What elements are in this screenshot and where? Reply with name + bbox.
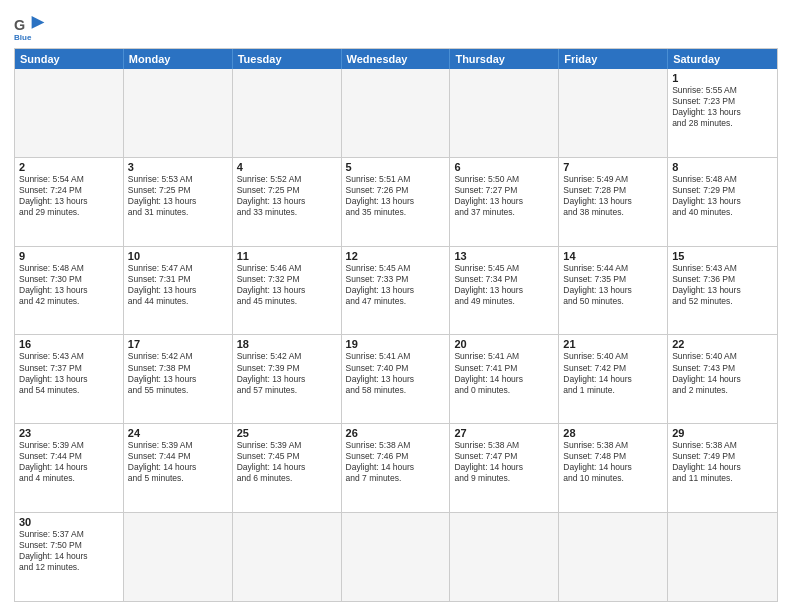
calendar-row-4: 23Sunrise: 5:39 AM Sunset: 7:44 PM Dayli…	[15, 423, 777, 512]
day-info: Sunrise: 5:50 AM Sunset: 7:27 PM Dayligh…	[454, 174, 554, 218]
calendar-cell: 29Sunrise: 5:38 AM Sunset: 7:49 PM Dayli…	[668, 424, 777, 512]
day-info: Sunrise: 5:41 AM Sunset: 7:41 PM Dayligh…	[454, 351, 554, 395]
logo: G Blue	[14, 14, 50, 42]
day-number: 3	[128, 161, 228, 173]
day-info: Sunrise: 5:39 AM Sunset: 7:45 PM Dayligh…	[237, 440, 337, 484]
calendar-row-3: 16Sunrise: 5:43 AM Sunset: 7:37 PM Dayli…	[15, 334, 777, 423]
day-info: Sunrise: 5:42 AM Sunset: 7:39 PM Dayligh…	[237, 351, 337, 395]
calendar-cell	[342, 69, 451, 157]
day-number: 13	[454, 250, 554, 262]
day-info: Sunrise: 5:39 AM Sunset: 7:44 PM Dayligh…	[128, 440, 228, 484]
day-number: 1	[672, 72, 773, 84]
day-info: Sunrise: 5:52 AM Sunset: 7:25 PM Dayligh…	[237, 174, 337, 218]
day-number: 27	[454, 427, 554, 439]
weekday-header-saturday: Saturday	[668, 49, 777, 69]
calendar-cell: 19Sunrise: 5:41 AM Sunset: 7:40 PM Dayli…	[342, 335, 451, 423]
day-number: 9	[19, 250, 119, 262]
calendar-cell: 13Sunrise: 5:45 AM Sunset: 7:34 PM Dayli…	[450, 247, 559, 335]
day-info: Sunrise: 5:41 AM Sunset: 7:40 PM Dayligh…	[346, 351, 446, 395]
day-info: Sunrise: 5:53 AM Sunset: 7:25 PM Dayligh…	[128, 174, 228, 218]
day-info: Sunrise: 5:40 AM Sunset: 7:42 PM Dayligh…	[563, 351, 663, 395]
day-number: 16	[19, 338, 119, 350]
calendar-cell: 5Sunrise: 5:51 AM Sunset: 7:26 PM Daylig…	[342, 158, 451, 246]
day-info: Sunrise: 5:38 AM Sunset: 7:48 PM Dayligh…	[563, 440, 663, 484]
calendar-row-1: 2Sunrise: 5:54 AM Sunset: 7:24 PM Daylig…	[15, 157, 777, 246]
calendar-cell	[668, 513, 777, 601]
calendar-cell: 30Sunrise: 5:37 AM Sunset: 7:50 PM Dayli…	[15, 513, 124, 601]
day-info: Sunrise: 5:55 AM Sunset: 7:23 PM Dayligh…	[672, 85, 773, 129]
calendar-cell	[559, 513, 668, 601]
calendar-cell: 25Sunrise: 5:39 AM Sunset: 7:45 PM Dayli…	[233, 424, 342, 512]
weekday-header-tuesday: Tuesday	[233, 49, 342, 69]
day-info: Sunrise: 5:46 AM Sunset: 7:32 PM Dayligh…	[237, 263, 337, 307]
day-number: 10	[128, 250, 228, 262]
calendar-row-0: 1Sunrise: 5:55 AM Sunset: 7:23 PM Daylig…	[15, 69, 777, 157]
calendar-cell	[233, 513, 342, 601]
calendar-cell: 18Sunrise: 5:42 AM Sunset: 7:39 PM Dayli…	[233, 335, 342, 423]
calendar-cell: 16Sunrise: 5:43 AM Sunset: 7:37 PM Dayli…	[15, 335, 124, 423]
day-info: Sunrise: 5:49 AM Sunset: 7:28 PM Dayligh…	[563, 174, 663, 218]
day-number: 5	[346, 161, 446, 173]
day-info: Sunrise: 5:47 AM Sunset: 7:31 PM Dayligh…	[128, 263, 228, 307]
day-info: Sunrise: 5:44 AM Sunset: 7:35 PM Dayligh…	[563, 263, 663, 307]
calendar-cell	[342, 513, 451, 601]
day-number: 8	[672, 161, 773, 173]
weekday-header-monday: Monday	[124, 49, 233, 69]
calendar-body: 1Sunrise: 5:55 AM Sunset: 7:23 PM Daylig…	[15, 69, 777, 601]
calendar-cell: 22Sunrise: 5:40 AM Sunset: 7:43 PM Dayli…	[668, 335, 777, 423]
calendar: SundayMondayTuesdayWednesdayThursdayFrid…	[14, 48, 778, 602]
calendar-page: G Blue SundayMondayTuesdayWednesdayThurs…	[0, 0, 792, 612]
day-info: Sunrise: 5:38 AM Sunset: 7:46 PM Dayligh…	[346, 440, 446, 484]
day-number: 29	[672, 427, 773, 439]
day-number: 14	[563, 250, 663, 262]
calendar-cell: 6Sunrise: 5:50 AM Sunset: 7:27 PM Daylig…	[450, 158, 559, 246]
calendar-cell	[450, 69, 559, 157]
calendar-cell: 26Sunrise: 5:38 AM Sunset: 7:46 PM Dayli…	[342, 424, 451, 512]
calendar-row-5: 30Sunrise: 5:37 AM Sunset: 7:50 PM Dayli…	[15, 512, 777, 601]
calendar-cell: 28Sunrise: 5:38 AM Sunset: 7:48 PM Dayli…	[559, 424, 668, 512]
day-number: 23	[19, 427, 119, 439]
day-info: Sunrise: 5:43 AM Sunset: 7:37 PM Dayligh…	[19, 351, 119, 395]
calendar-cell: 10Sunrise: 5:47 AM Sunset: 7:31 PM Dayli…	[124, 247, 233, 335]
day-info: Sunrise: 5:48 AM Sunset: 7:29 PM Dayligh…	[672, 174, 773, 218]
day-number: 7	[563, 161, 663, 173]
calendar-cell: 12Sunrise: 5:45 AM Sunset: 7:33 PM Dayli…	[342, 247, 451, 335]
day-number: 22	[672, 338, 773, 350]
calendar-cell: 1Sunrise: 5:55 AM Sunset: 7:23 PM Daylig…	[668, 69, 777, 157]
day-info: Sunrise: 5:54 AM Sunset: 7:24 PM Dayligh…	[19, 174, 119, 218]
day-number: 26	[346, 427, 446, 439]
day-number: 17	[128, 338, 228, 350]
day-info: Sunrise: 5:37 AM Sunset: 7:50 PM Dayligh…	[19, 529, 119, 573]
day-number: 2	[19, 161, 119, 173]
header: G Blue	[14, 10, 778, 42]
weekday-header-friday: Friday	[559, 49, 668, 69]
day-number: 21	[563, 338, 663, 350]
calendar-cell: 20Sunrise: 5:41 AM Sunset: 7:41 PM Dayli…	[450, 335, 559, 423]
day-info: Sunrise: 5:48 AM Sunset: 7:30 PM Dayligh…	[19, 263, 119, 307]
weekday-header-wednesday: Wednesday	[342, 49, 451, 69]
calendar-cell: 21Sunrise: 5:40 AM Sunset: 7:42 PM Dayli…	[559, 335, 668, 423]
day-info: Sunrise: 5:51 AM Sunset: 7:26 PM Dayligh…	[346, 174, 446, 218]
day-info: Sunrise: 5:42 AM Sunset: 7:38 PM Dayligh…	[128, 351, 228, 395]
logo-icon: G Blue	[14, 14, 46, 42]
day-number: 15	[672, 250, 773, 262]
calendar-row-2: 9Sunrise: 5:48 AM Sunset: 7:30 PM Daylig…	[15, 246, 777, 335]
day-number: 25	[237, 427, 337, 439]
day-info: Sunrise: 5:43 AM Sunset: 7:36 PM Dayligh…	[672, 263, 773, 307]
day-number: 18	[237, 338, 337, 350]
day-info: Sunrise: 5:40 AM Sunset: 7:43 PM Dayligh…	[672, 351, 773, 395]
svg-marker-1	[32, 16, 45, 29]
calendar-cell: 17Sunrise: 5:42 AM Sunset: 7:38 PM Dayli…	[124, 335, 233, 423]
day-info: Sunrise: 5:45 AM Sunset: 7:33 PM Dayligh…	[346, 263, 446, 307]
calendar-cell: 7Sunrise: 5:49 AM Sunset: 7:28 PM Daylig…	[559, 158, 668, 246]
calendar-cell: 2Sunrise: 5:54 AM Sunset: 7:24 PM Daylig…	[15, 158, 124, 246]
day-number: 4	[237, 161, 337, 173]
day-number: 28	[563, 427, 663, 439]
calendar-cell	[124, 513, 233, 601]
day-number: 19	[346, 338, 446, 350]
day-number: 20	[454, 338, 554, 350]
calendar-cell	[15, 69, 124, 157]
calendar-cell: 11Sunrise: 5:46 AM Sunset: 7:32 PM Dayli…	[233, 247, 342, 335]
weekday-header-thursday: Thursday	[450, 49, 559, 69]
calendar-cell: 8Sunrise: 5:48 AM Sunset: 7:29 PM Daylig…	[668, 158, 777, 246]
